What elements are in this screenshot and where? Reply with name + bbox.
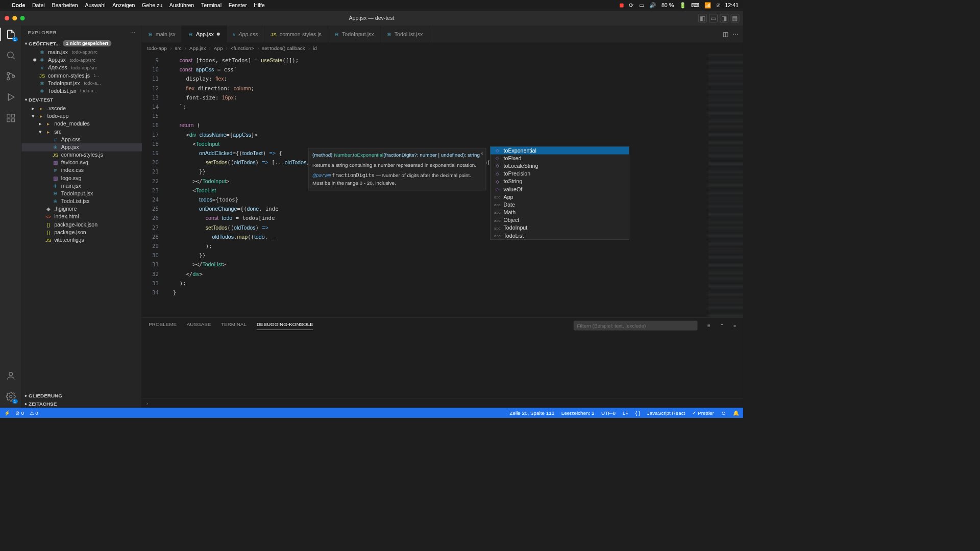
close-panel-icon[interactable]: ×: [733, 322, 737, 328]
status-battery[interactable]: 80 %: [662, 3, 674, 9]
account-activity-icon[interactable]: [5, 370, 16, 382]
wifi-icon[interactable]: 📶: [704, 3, 711, 9]
open-editor-item[interactable]: #App.csstodo-app/src: [21, 64, 141, 71]
more-actions-icon[interactable]: ⋯: [732, 31, 739, 38]
outline-header[interactable]: ▸ GLIEDERUNG: [21, 391, 141, 399]
status-sound-icon[interactable]: 🔊: [649, 3, 656, 9]
file-tree-item[interactable]: #App.css: [21, 135, 141, 143]
eol[interactable]: LF: [623, 410, 629, 415]
split-editor-icon[interactable]: ◫: [723, 31, 728, 38]
layout-sidebar-right-icon[interactable]: ◨: [720, 14, 728, 22]
breadcrumb-segment[interactable]: id: [313, 45, 317, 51]
close-icon[interactable]: ×: [480, 149, 483, 157]
warnings-count[interactable]: ⚠ 0: [30, 410, 38, 415]
filter-input[interactable]: [574, 321, 698, 331]
cursor-position[interactable]: Zeile 20, Spalte 112: [509, 410, 554, 415]
suggestion-item[interactable]: ◇toString: [491, 178, 629, 185]
suggestion-item[interactable]: ◇valueOf: [491, 185, 629, 193]
project-header[interactable]: ▾ DEV-TEST: [21, 95, 141, 104]
chevron-up-icon[interactable]: ˄: [721, 322, 723, 328]
suggestion-item[interactable]: ◇toPrecision: [491, 170, 629, 178]
breadcrumb-segment[interactable]: src: [175, 45, 182, 51]
editor-tab[interactable]: ⚛TodoList.jsx: [381, 26, 430, 42]
breadcrumb-segment[interactable]: App.jsx: [189, 45, 206, 51]
file-tree-item[interactable]: JSvite.config.js: [21, 236, 141, 244]
maximize-window-button[interactable]: [20, 16, 24, 20]
explorer-more-icon[interactable]: ⋯: [130, 30, 135, 35]
notifications-icon[interactable]: 🔔: [733, 410, 739, 415]
editor-tab[interactable]: ⚛main.jsx: [142, 26, 182, 42]
suggestion-item[interactable]: ◇toExponential: [491, 146, 629, 154]
app-name[interactable]: Code: [12, 3, 26, 9]
suggestion-item[interactable]: abcDate: [491, 201, 629, 209]
file-tree-item[interactable]: ▧logo.svg: [21, 174, 141, 182]
editor-tab[interactable]: ⚛App.jsx: [182, 26, 227, 42]
keyboard-icon[interactable]: ⌨: [691, 3, 699, 9]
suggestion-item[interactable]: abcTodoInput: [491, 224, 629, 232]
language-mode[interactable]: JavaScript React: [647, 410, 685, 415]
suggestion-item[interactable]: ◇toFixed: [491, 155, 629, 162]
suggestion-widget[interactable]: ◇toExponential◇toFixed◇toLocaleString◇to…: [490, 146, 629, 240]
breadcrumb-segment[interactable]: <function>: [231, 45, 254, 51]
panel-tab[interactable]: DEBUGGING-KONSOLE: [257, 321, 313, 330]
file-tree-item[interactable]: {}package-lock.json: [21, 220, 141, 228]
breadcrumb-path-bar[interactable]: ›: [142, 398, 743, 408]
menu-datei[interactable]: Datei: [32, 3, 45, 9]
suggestion-item[interactable]: abcTodoList: [491, 232, 629, 239]
breadcrumb-segment[interactable]: setTodos() callback: [262, 45, 305, 51]
file-tree-item[interactable]: #index.css: [21, 166, 141, 174]
menu-bearbeiten[interactable]: Bearbeiten: [52, 3, 78, 9]
file-tree-item[interactable]: ◆.hgignore: [21, 205, 141, 213]
file-tree-item[interactable]: ⚛TodoInput.jsx: [21, 190, 141, 197]
status-record-icon[interactable]: [620, 4, 624, 8]
file-tree-item[interactable]: ▾▸todo-app: [21, 112, 141, 120]
panel-tab[interactable]: PROBLEME: [149, 321, 177, 330]
menu-anzeigen[interactable]: Anzeigen: [112, 3, 135, 9]
open-editors-header[interactable]: ▾ GEÖFFNET... 1 nicht gespeichert: [21, 39, 141, 48]
search-activity-icon[interactable]: [5, 49, 16, 61]
file-tree-item[interactable]: ▸▸node_modules: [21, 120, 141, 128]
open-editor-item[interactable]: ⚛TodoList.jsxtodo-a...: [21, 87, 141, 95]
menu-fenster[interactable]: Fenster: [229, 3, 247, 9]
layout-customize-icon[interactable]: ▦: [731, 14, 740, 22]
layout-panel-icon[interactable]: ▭: [709, 14, 718, 22]
menu-terminal[interactable]: Terminal: [201, 3, 222, 9]
file-tree-item[interactable]: ⚛main.jsx: [21, 182, 141, 189]
file-tree-item[interactable]: JScommon-styles.js: [21, 151, 141, 159]
status-time[interactable]: 12:41: [725, 3, 739, 9]
file-tree-item[interactable]: ▾▸src: [21, 128, 141, 135]
file-tree-item[interactable]: ▧favicon.svg: [21, 159, 141, 166]
breadcrumb-segment[interactable]: todo-app: [147, 45, 167, 51]
open-editor-item[interactable]: JScommon-styles.jst...: [21, 71, 141, 79]
menu-auswahl[interactable]: Auswahl: [85, 3, 105, 9]
filter-settings-icon[interactable]: ≡: [707, 322, 710, 328]
file-tree-item[interactable]: ▸▸.vscode: [21, 105, 141, 112]
extensions-activity-icon[interactable]: [5, 112, 16, 124]
settings-activity-icon[interactable]: 1: [5, 391, 16, 403]
suggestion-item[interactable]: abcObject: [491, 216, 629, 224]
indentation[interactable]: Leerzeichen: 2: [561, 410, 595, 415]
suggestion-item[interactable]: ◇toLocaleString: [491, 162, 629, 170]
menu-ausfuehren[interactable]: Ausführen: [169, 3, 194, 9]
suggestion-item[interactable]: abcMath: [491, 209, 629, 216]
status-display-icon[interactable]: ▭: [639, 3, 644, 9]
panel-tab[interactable]: AUSGABE: [187, 321, 211, 330]
menu-gehezu[interactable]: Gehe zu: [142, 3, 162, 9]
file-tree-item[interactable]: {}package.json: [21, 228, 141, 236]
prettier-status[interactable]: ✓ Prettier: [692, 410, 714, 415]
run-debug-activity-icon[interactable]: [5, 91, 16, 103]
minimap[interactable]: [708, 54, 743, 317]
editor-tab[interactable]: #App.css: [227, 26, 264, 42]
breadcrumb[interactable]: todo-app›src›App.jsx›App›<function>›setT…: [142, 42, 743, 53]
explorer-activity-icon[interactable]: 1: [5, 29, 16, 40]
open-editor-item[interactable]: ⚛App.jsxtodo-app/src: [21, 56, 141, 64]
control-center-icon[interactable]: ⎚: [717, 3, 720, 9]
errors-count[interactable]: ⊘ 0: [15, 410, 24, 415]
file-tree-item[interactable]: ⚛App.jsx: [21, 143, 141, 151]
status-sync-icon[interactable]: ⟳: [629, 3, 633, 9]
minimize-window-button[interactable]: [12, 16, 17, 20]
open-editor-item[interactable]: ⚛main.jsxtodo-app/src: [21, 48, 141, 56]
editor-tab[interactable]: ⚛TodoInput.jsx: [328, 26, 381, 42]
close-window-button[interactable]: [5, 16, 9, 20]
suggestion-item[interactable]: abcApp: [491, 193, 629, 201]
